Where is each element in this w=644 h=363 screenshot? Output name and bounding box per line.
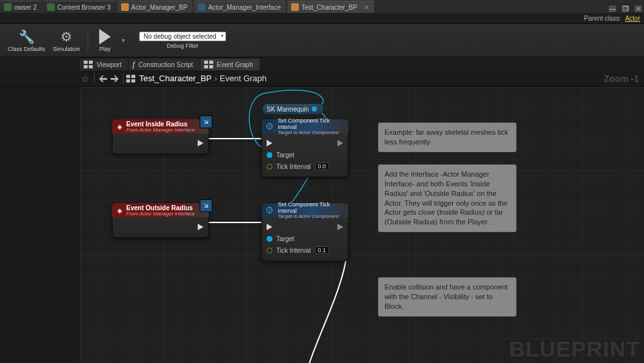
exec-output-pin[interactable] <box>198 224 204 230</box>
tab-label: Viewport <box>97 61 122 68</box>
pin-label: Tick Interval <box>276 247 311 254</box>
left-gutter <box>0 87 80 363</box>
variable-node-sk-mannequin[interactable]: SK Mannequin <box>262 103 324 115</box>
divider <box>88 29 88 52</box>
node-title: Event Outside Radius <box>126 204 194 211</box>
debug-object-dropdown[interactable]: No debug object selected <box>139 32 226 41</box>
node-subtitle: From Actor Manager Interface <box>126 211 194 217</box>
breadcrumb-leaf: Event Graph <box>220 74 267 83</box>
class-defaults-button[interactable]: 🔧 Class Defaults <box>8 29 45 52</box>
node-set-tick-interval-2[interactable]: f Set Component Tick Interval Target is … <box>261 203 348 261</box>
tab-label: owser 2 <box>14 4 37 11</box>
tab-viewport[interactable]: Viewport <box>80 59 128 70</box>
favorite-button[interactable]: ☆ <box>80 74 90 84</box>
comment-node[interactable]: Example: far away skeletal meshes tick l… <box>378 123 516 152</box>
exec-output-pin[interactable] <box>198 140 204 146</box>
play-button[interactable]: Play <box>96 29 114 52</box>
float-input-pin[interactable] <box>267 248 272 253</box>
folder-icon <box>47 3 55 11</box>
pin-label: Tick Interval <box>276 163 311 170</box>
target-input-pin[interactable] <box>267 236 272 242</box>
zoom-indicator: Zoom -1 <box>604 74 639 84</box>
interface-badge-icon: ⇲ <box>200 199 213 212</box>
parent-class-row: Parent class: Actor <box>0 13 644 24</box>
viewport-icon <box>84 61 93 68</box>
tab-label: Event Graph <box>217 61 253 68</box>
tool-label: Simulation <box>53 46 80 52</box>
exec-output-pin[interactable] <box>337 224 343 230</box>
interface-icon <box>198 3 205 11</box>
tab-actor-manager-bp[interactable]: Actor_Manager_BP <box>117 1 193 13</box>
function-icon: f <box>267 123 272 130</box>
folder-icon <box>4 3 12 11</box>
tick-interval-value[interactable]: 0.0 <box>315 162 330 170</box>
blueprint-watermark: BLUEPRINT <box>509 337 640 362</box>
wrench-icon: 🔧 <box>17 29 35 44</box>
pin-label: Target <box>276 152 294 159</box>
editor-tabs: Viewport f Construction Script Event Gra… <box>0 57 644 70</box>
comment-text: Add the Interface -Actor Manager Interfa… <box>384 170 507 226</box>
tab-label: Actor_Manager_BP <box>131 4 187 11</box>
minimize-button[interactable]: — <box>608 5 617 13</box>
nav-back-button[interactable]: 🡨 <box>97 73 109 84</box>
maximize-button[interactable]: ❐ <box>621 5 630 13</box>
node-header: ◈ Event Outside Radius From Actor Manage… <box>112 203 209 217</box>
tab-content-browser-3[interactable]: Content Browser 3 <box>43 1 116 13</box>
debug-selected-text: No debug object selected <box>144 33 216 40</box>
play-dropdown[interactable]: ▾ <box>122 37 125 44</box>
function-icon: f <box>267 207 272 213</box>
tab-content-browser-2[interactable]: owser 2 <box>0 1 42 13</box>
float-input-pin[interactable] <box>267 164 272 170</box>
target-input-pin[interactable] <box>267 152 272 158</box>
interface-badge-icon: ⇲ <box>200 115 213 128</box>
node-title: Set Component Tick Interval <box>278 201 343 214</box>
chevron-right-icon: › <box>214 74 217 83</box>
tab-label: Actor_Manager_Interface <box>208 4 281 11</box>
tick-interval-value[interactable]: 0.1 <box>315 246 330 254</box>
blueprint-icon <box>291 3 299 11</box>
close-window-button[interactable]: ✕ <box>634 5 643 13</box>
close-icon[interactable]: ✕ <box>364 4 369 11</box>
tool-label: Class Defaults <box>8 46 45 52</box>
simulation-button[interactable]: ⚙ Simulation <box>53 29 80 52</box>
breadcrumb-bar: ☆ 🡨 🡪 Test_Character_BP › Event Graph Zo… <box>0 70 644 87</box>
divider <box>94 74 95 84</box>
node-event-outside-radius[interactable]: ◈ Event Outside Radius From Actor Manage… <box>112 203 209 238</box>
tab-label: Construction Script <box>138 61 193 68</box>
comment-text: Enable collision and have a component wi… <box>384 283 507 310</box>
play-icon <box>96 29 114 44</box>
node-header: f Set Component Tick Interval Target is … <box>261 119 348 133</box>
function-icon: f <box>133 60 135 70</box>
comment-node[interactable]: Add the Interface -Actor Manager Interfa… <box>378 164 516 232</box>
exec-input-pin[interactable] <box>267 224 272 230</box>
blueprint-icon <box>121 3 129 11</box>
node-header: ◈ Event Inside Radius From Actor Manager… <box>112 119 209 133</box>
divider <box>123 74 124 84</box>
variable-label: SK Mannequin <box>267 106 309 113</box>
node-subtitle: From Actor Manager Interface <box>126 128 194 133</box>
exec-input-pin[interactable] <box>267 140 272 146</box>
graph-icon <box>126 75 135 83</box>
comment-text: Example: far away skeletal meshes tick l… <box>384 128 508 146</box>
parent-class-link[interactable]: Actor <box>625 15 640 22</box>
graph-icon <box>204 61 213 68</box>
tab-test-character-bp[interactable]: Test_Character_BP ✕ <box>287 1 374 13</box>
node-subtitle: Target is Actor Component <box>278 130 343 135</box>
tab-label: Content Browser 3 <box>57 4 111 11</box>
gear-icon: ⚙ <box>57 29 75 44</box>
output-pin[interactable] <box>312 106 317 112</box>
exec-output-pin[interactable] <box>337 140 343 146</box>
debug-filter-label: Debug Filter <box>167 43 198 49</box>
graph-canvas[interactable]: SK Mannequin ◈ Event Inside Radius From … <box>80 87 644 363</box>
toolbar: 🔧 Class Defaults ⚙ Simulation Play ▾ No … <box>0 24 644 57</box>
tab-construction-script[interactable]: f Construction Script <box>129 59 200 70</box>
tab-event-graph[interactable]: Event Graph <box>200 59 260 70</box>
tab-actor-manager-interface[interactable]: Actor_Manager_Interface <box>194 1 286 13</box>
node-title: Event Inside Radius <box>126 121 194 128</box>
comment-node[interactable]: Enable collision and have a component wi… <box>378 277 516 317</box>
nav-forward-button[interactable]: 🡪 <box>109 73 120 84</box>
breadcrumb-root[interactable]: Test_Character_BP <box>139 74 212 83</box>
tab-label: Test_Character_BP <box>301 4 357 11</box>
node-set-tick-interval-1[interactable]: f Set Component Tick Interval Target is … <box>261 119 348 177</box>
node-event-inside-radius[interactable]: ◈ Event Inside Radius From Actor Manager… <box>112 119 209 154</box>
